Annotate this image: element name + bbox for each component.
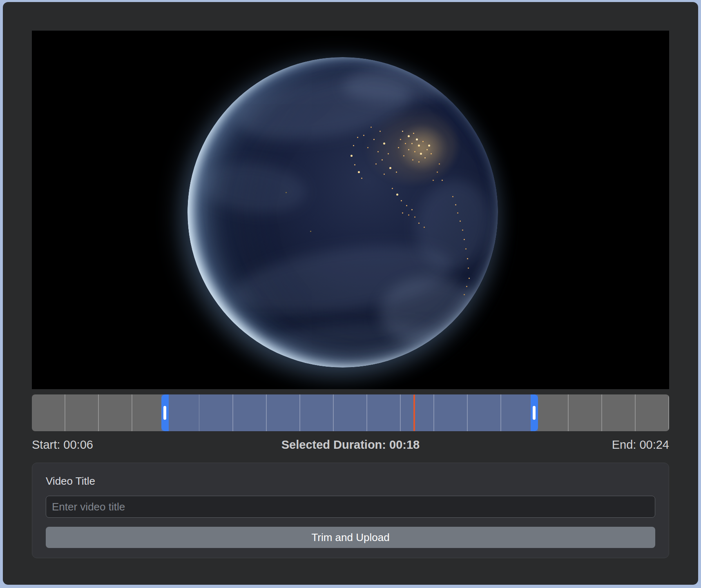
selected-duration-label: Selected Duration: 00:18 (32, 437, 669, 452)
video-preview[interactable] (32, 31, 669, 389)
trim-and-upload-button[interactable]: Trim and Upload (46, 527, 655, 548)
frame-dividers (32, 394, 669, 431)
playhead[interactable] (413, 394, 415, 431)
city-lights-glow (398, 125, 447, 172)
time-labels: Start: 00:06 Selected Duration: 00:18 En… (32, 437, 669, 452)
earth-night-image (188, 57, 498, 368)
video-title-input[interactable] (46, 496, 655, 518)
app-window: Start: 00:06 Selected Duration: 00:18 En… (3, 2, 698, 585)
handle-grip-icon (163, 406, 166, 420)
city-lights (188, 57, 189, 58)
trim-start-handle[interactable] (161, 394, 169, 431)
trim-end-handle[interactable] (531, 394, 538, 431)
trim-timeline[interactable] (32, 394, 669, 431)
upload-form-card: Video Title Trim and Upload (32, 463, 669, 558)
handle-grip-icon (533, 406, 536, 420)
video-title-label: Video Title (46, 474, 655, 488)
